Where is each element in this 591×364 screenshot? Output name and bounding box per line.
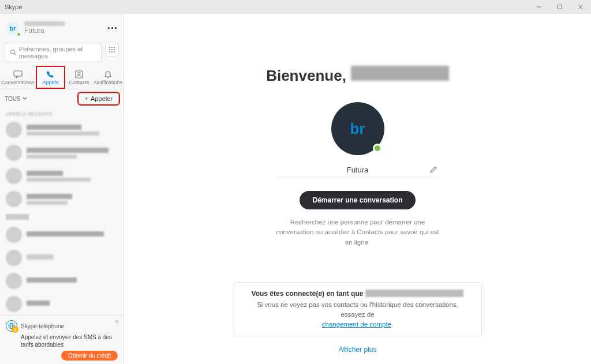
tab-notifications[interactable]: Notifications — [93, 66, 124, 89]
promo-close-button[interactable]: × — [115, 318, 119, 326]
maximize-icon — [557, 4, 563, 10]
maximize-button[interactable] — [549, 0, 570, 14]
large-avatar-initials: br — [350, 120, 365, 138]
more-menu-button[interactable]: ··· — [107, 22, 118, 35]
status-indicator — [17, 32, 21, 36]
filter-dropdown[interactable]: TOUS — [5, 96, 27, 102]
tab-contacts[interactable]: Contacts — [65, 66, 93, 89]
app-title: Skype — [5, 3, 23, 10]
welcome-heading: Bienvenue, — [266, 66, 449, 85]
svg-point-12 — [109, 51, 110, 52]
list-item[interactable] — [0, 164, 124, 187]
show-more-link[interactable]: Afficher plus — [339, 346, 377, 354]
list-item[interactable] — [0, 187, 124, 211]
svg-line-5 — [14, 54, 16, 55]
close-button[interactable] — [570, 0, 591, 14]
profile-info[interactable]: Futura — [24, 21, 103, 35]
svg-point-14 — [114, 51, 115, 52]
profile-display-name: Futura — [24, 27, 103, 35]
large-avatar[interactable]: br — [331, 102, 384, 155]
svg-point-7 — [111, 47, 113, 48]
pencil-icon — [429, 166, 437, 174]
minimize-button[interactable] — [529, 0, 549, 14]
edit-name-button[interactable] — [429, 166, 437, 174]
account-info-panel: Vous êtes connecté(e) en tant que Si vou… — [234, 282, 482, 336]
promo-panel: × Skype-téléphone Appelez et envoyez des… — [0, 315, 124, 364]
list-item[interactable] — [0, 118, 124, 141]
dialpad-button[interactable] — [105, 43, 119, 57]
svg-point-9 — [109, 49, 110, 50]
display-name-field[interactable]: Futura — [277, 166, 439, 178]
tab-appels[interactable]: Appels — [36, 66, 66, 89]
promo-title: Skype-téléphone — [21, 323, 64, 329]
title-bar: Skype — [0, 0, 591, 14]
contacts-icon — [74, 70, 84, 78]
tab-conversations[interactable]: Conversations — [0, 66, 36, 89]
section-header-blurred — [6, 214, 29, 220]
globe-credit-icon — [6, 320, 17, 332]
tab-label: Appels — [43, 80, 59, 85]
conversations-icon — [13, 70, 23, 78]
svg-point-17 — [78, 73, 80, 75]
tab-label: Contacts — [69, 80, 89, 85]
list-item[interactable] — [0, 269, 124, 292]
svg-point-6 — [109, 47, 110, 48]
list-item[interactable] — [0, 223, 124, 246]
section-header-recent-calls: APPELS RÉCENTS — [0, 108, 124, 118]
minimize-icon — [536, 4, 542, 10]
svg-rect-15 — [14, 71, 22, 76]
svg-point-11 — [114, 49, 115, 50]
get-credit-button[interactable]: Obtenir du crédit — [61, 351, 118, 361]
promo-body: Appelez et envoyez des SMS à des tarifs … — [21, 333, 118, 348]
account-line1: Vous êtes connecté(e) en tant que — [252, 290, 364, 298]
status-indicator — [373, 144, 382, 153]
plus-icon: + — [85, 95, 88, 102]
sidebar: br Futura ··· Personnes, groupes et mess… — [0, 14, 124, 364]
search-placeholder: Personnes, groupes et messages — [19, 46, 96, 59]
profile-username-blurred — [24, 21, 65, 26]
svg-point-10 — [111, 49, 113, 50]
avatar-initials: br — [10, 25, 16, 32]
list-item[interactable] — [0, 292, 124, 315]
change-account-link[interactable]: changement de compte — [322, 321, 391, 328]
display-name-value: Futura — [347, 166, 369, 174]
start-conversation-button[interactable]: Démarrer une conversation — [300, 191, 415, 209]
main-area: Bienvenue, br Futura Démarrer une conver… — [124, 14, 591, 364]
welcome-prefix: Bienvenue, — [266, 67, 346, 85]
call-button[interactable]: + Appeler — [78, 93, 119, 104]
svg-rect-1 — [558, 5, 562, 9]
calls-icon — [46, 70, 55, 78]
list-item[interactable] — [0, 246, 124, 269]
filter-label: TOUS — [5, 96, 21, 102]
welcome-username-blurred — [351, 66, 449, 81]
tab-label: Conversations — [1, 80, 35, 85]
svg-point-13 — [111, 51, 113, 52]
tab-label: Notifications — [94, 80, 122, 85]
svg-point-4 — [11, 50, 15, 54]
profile-avatar[interactable]: br — [6, 21, 20, 35]
account-line2: Si vous ne voyez pas vos contacts ou l'h… — [257, 301, 458, 318]
dialpad-icon — [109, 46, 115, 53]
chevron-down-icon — [23, 96, 27, 101]
notifications-icon — [103, 70, 113, 78]
svg-point-8 — [114, 47, 115, 48]
hint-text: Recherchez une personne pour démarrer un… — [274, 217, 442, 247]
call-button-label: Appeler — [91, 95, 113, 102]
account-username-blurred — [365, 290, 463, 297]
search-input[interactable]: Personnes, groupes et messages — [5, 43, 102, 62]
close-icon — [578, 4, 583, 10]
list-item[interactable] — [0, 141, 124, 164]
search-icon — [10, 49, 16, 56]
contact-list — [0, 118, 124, 315]
